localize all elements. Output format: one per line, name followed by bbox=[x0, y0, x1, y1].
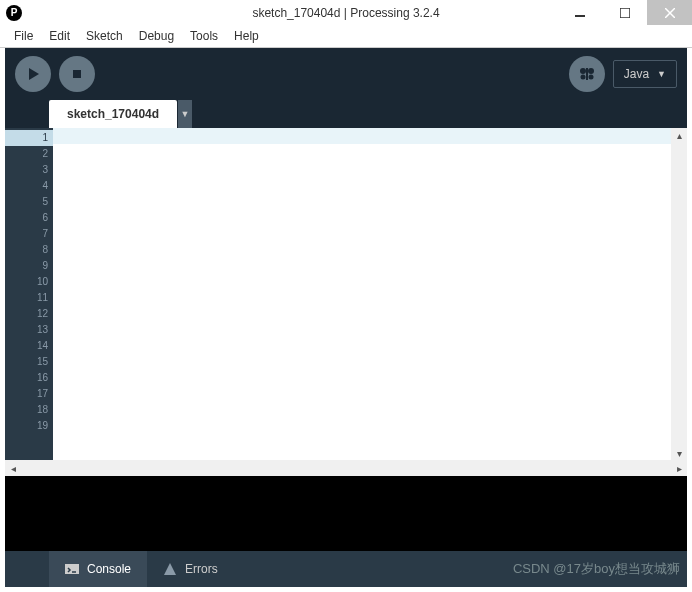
editor: 12345678910111213141516171819 ▴ ▾ bbox=[5, 128, 687, 460]
line-number: 14 bbox=[5, 338, 48, 354]
line-gutter: 12345678910111213141516171819 bbox=[5, 128, 53, 460]
line-number: 16 bbox=[5, 370, 48, 386]
scroll-right-icon[interactable]: ▸ bbox=[671, 463, 687, 474]
line-number: 12 bbox=[5, 306, 48, 322]
console-tab-label: Console bbox=[87, 562, 131, 576]
line-number: 3 bbox=[5, 162, 48, 178]
play-icon bbox=[26, 67, 40, 81]
tab-label: sketch_170404d bbox=[67, 107, 159, 121]
svg-point-8 bbox=[580, 75, 585, 80]
menu-edit[interactable]: Edit bbox=[41, 25, 78, 48]
current-line-highlight bbox=[53, 128, 671, 144]
line-number: 15 bbox=[5, 354, 48, 370]
tab-active[interactable]: sketch_170404d bbox=[49, 100, 177, 128]
svg-rect-10 bbox=[586, 68, 588, 80]
menu-tools[interactable]: Tools bbox=[182, 25, 226, 48]
line-number: 18 bbox=[5, 402, 48, 418]
mode-label: Java bbox=[624, 67, 649, 81]
svg-point-7 bbox=[588, 68, 594, 74]
horizontal-scrollbar[interactable]: ◂ ▸ bbox=[5, 460, 687, 476]
chevron-down-icon: ▼ bbox=[181, 109, 190, 119]
scroll-up-icon[interactable]: ▴ bbox=[671, 128, 687, 142]
debug-button[interactable] bbox=[569, 56, 605, 92]
stop-button[interactable] bbox=[59, 56, 95, 92]
app-body: Java ▼ sketch_170404d ▼ 1234567891011121… bbox=[5, 48, 687, 587]
line-number: 5 bbox=[5, 194, 48, 210]
menu-debug[interactable]: Debug bbox=[131, 25, 182, 48]
line-number: 6 bbox=[5, 210, 48, 226]
minimize-button[interactable] bbox=[557, 0, 602, 25]
minimize-icon bbox=[575, 8, 585, 18]
statusbar: Console Errors bbox=[5, 551, 687, 587]
line-number: 19 bbox=[5, 418, 48, 434]
butterfly-icon bbox=[578, 65, 596, 83]
mode-selector[interactable]: Java ▼ bbox=[613, 60, 677, 88]
line-number: 7 bbox=[5, 226, 48, 242]
code-area[interactable] bbox=[53, 128, 671, 460]
close-icon bbox=[665, 8, 675, 18]
tabbar: sketch_170404d ▼ bbox=[5, 100, 687, 128]
menu-file[interactable]: File bbox=[6, 25, 41, 48]
svg-rect-1 bbox=[620, 8, 630, 18]
menu-help[interactable]: Help bbox=[226, 25, 267, 48]
errors-tab-label: Errors bbox=[185, 562, 218, 576]
scroll-down-icon[interactable]: ▾ bbox=[671, 446, 687, 460]
line-number: 4 bbox=[5, 178, 48, 194]
chevron-down-icon: ▼ bbox=[657, 69, 666, 79]
svg-marker-13 bbox=[164, 563, 176, 575]
line-number: 17 bbox=[5, 386, 48, 402]
maximize-icon bbox=[620, 8, 630, 18]
line-number: 2 bbox=[5, 146, 48, 162]
svg-rect-0 bbox=[575, 15, 585, 17]
vertical-scrollbar[interactable]: ▴ ▾ bbox=[671, 128, 687, 460]
menu-sketch[interactable]: Sketch bbox=[78, 25, 131, 48]
warning-icon bbox=[163, 562, 177, 576]
run-button[interactable] bbox=[15, 56, 51, 92]
stop-icon bbox=[70, 67, 84, 81]
console-output bbox=[5, 476, 687, 551]
maximize-button[interactable] bbox=[602, 0, 647, 25]
scroll-left-icon[interactable]: ◂ bbox=[5, 463, 21, 474]
errors-tab[interactable]: Errors bbox=[147, 551, 234, 587]
svg-marker-4 bbox=[29, 68, 39, 80]
tab-dropdown[interactable]: ▼ bbox=[178, 100, 192, 128]
line-number: 10 bbox=[5, 274, 48, 290]
line-number: 1 bbox=[5, 130, 53, 146]
line-number: 9 bbox=[5, 258, 48, 274]
window-controls bbox=[557, 0, 692, 25]
titlebar: P sketch_170404d | Processing 3.2.4 bbox=[0, 0, 692, 25]
menubar: FileEditSketchDebugToolsHelp bbox=[0, 25, 692, 48]
line-number: 8 bbox=[5, 242, 48, 258]
app-icon: P bbox=[6, 5, 22, 21]
console-tab[interactable]: Console bbox=[49, 551, 147, 587]
line-number: 11 bbox=[5, 290, 48, 306]
toolbar: Java ▼ bbox=[5, 48, 687, 100]
svg-rect-5 bbox=[73, 70, 81, 78]
svg-point-6 bbox=[580, 68, 586, 74]
close-button[interactable] bbox=[647, 0, 692, 25]
line-number: 13 bbox=[5, 322, 48, 338]
console-icon bbox=[65, 562, 79, 576]
svg-point-9 bbox=[588, 75, 593, 80]
